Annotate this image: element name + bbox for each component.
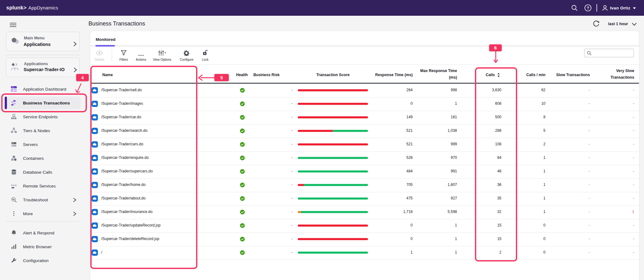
svg-text:?: ? [587, 6, 589, 10]
